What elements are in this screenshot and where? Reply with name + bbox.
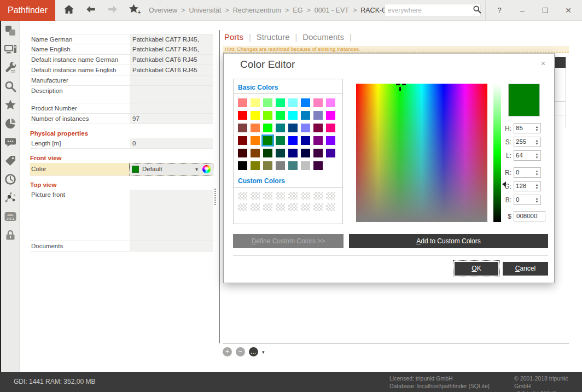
basic-color-swatch[interactable] xyxy=(238,149,247,157)
custom-color-slot[interactable] xyxy=(263,203,272,211)
spinner-arrows[interactable]: ▲▼ xyxy=(533,137,540,147)
custom-color-slot[interactable] xyxy=(276,192,285,200)
sidebar-item-tools[interactable] xyxy=(3,62,18,75)
add-button[interactable]: + xyxy=(223,347,232,356)
basic-color-swatch[interactable] xyxy=(313,161,323,170)
field-value[interactable] xyxy=(130,190,213,241)
basic-color-swatch[interactable] xyxy=(238,136,247,145)
basic-color-swatch[interactable] xyxy=(238,124,247,132)
basic-color-swatch[interactable] xyxy=(288,111,298,120)
spinner-arrows[interactable]: ▲▼ xyxy=(533,182,540,191)
forward-button[interactable] xyxy=(106,4,119,17)
spinner-value[interactable]: 0 xyxy=(514,195,533,204)
spinner-input[interactable]: 128▲▼ xyxy=(514,181,541,191)
custom-color-slot[interactable] xyxy=(288,192,298,200)
tab-documents[interactable]: Documents xyxy=(302,32,344,42)
sidebar-item-search[interactable] xyxy=(3,81,18,94)
field-value[interactable]: 0 xyxy=(130,138,213,148)
basic-color-swatch[interactable] xyxy=(301,161,310,170)
basic-color-swatch[interactable] xyxy=(301,124,310,132)
basic-color-swatch[interactable] xyxy=(238,111,247,120)
breadcrumb-item[interactable]: Universität xyxy=(189,7,221,14)
custom-color-slot[interactable] xyxy=(301,203,310,211)
spinner-arrows[interactable]: ▲▼ xyxy=(533,151,540,160)
spin-down-icon[interactable]: ▼ xyxy=(536,200,539,203)
custom-color-slot[interactable] xyxy=(251,192,260,200)
table-row[interactable]: Documents xyxy=(30,241,213,251)
breadcrumb-item[interactable]: 0001 - EVT xyxy=(315,7,349,14)
basic-color-swatch[interactable] xyxy=(263,98,272,107)
basic-color-swatch[interactable] xyxy=(238,98,247,107)
basic-color-swatch[interactable] xyxy=(263,124,272,132)
field-value[interactable]: Patchkabel CAT6 RJ45 xyxy=(130,55,213,65)
spinner-value[interactable]: 255 xyxy=(514,137,533,147)
basic-color-swatch[interactable] xyxy=(301,98,310,107)
basic-color-swatch[interactable] xyxy=(313,136,323,145)
breadcrumb-item[interactable]: EG xyxy=(293,7,302,14)
basic-color-swatch[interactable] xyxy=(326,98,335,107)
basic-color-swatch[interactable] xyxy=(301,136,310,145)
sidebar-item-topology[interactable] xyxy=(3,192,18,206)
basic-color-swatch[interactable] xyxy=(276,161,285,170)
basic-color-swatch[interactable] xyxy=(326,161,335,170)
spinner-value[interactable]: 128 xyxy=(514,182,533,191)
table-row[interactable]: Default instance name GermanPatchkabel C… xyxy=(30,55,213,65)
field-value[interactable] xyxy=(130,103,213,113)
spin-down-icon[interactable]: ▼ xyxy=(536,186,539,190)
spin-down-icon[interactable]: ▼ xyxy=(536,173,539,176)
sidebar-item-favorites[interactable] xyxy=(3,100,18,113)
table-row[interactable]: Number of instances97 xyxy=(30,114,213,124)
basic-color-swatch[interactable] xyxy=(326,124,335,132)
basic-color-swatch[interactable] xyxy=(313,124,323,132)
spinner-arrows[interactable]: ▲▼ xyxy=(533,195,540,204)
basic-color-swatch[interactable] xyxy=(263,161,272,170)
table-row[interactable]: Manufacturer xyxy=(30,75,213,86)
basic-color-swatch[interactable] xyxy=(301,111,310,120)
sidebar-item-devices[interactable] xyxy=(3,44,18,57)
sidebar-item-comments[interactable] xyxy=(3,137,18,150)
hex-input[interactable]: 008000 xyxy=(514,211,545,221)
color-dropdown[interactable]: Default ▾ xyxy=(130,163,213,175)
field-value[interactable] xyxy=(130,86,213,103)
ok-button[interactable]: OK xyxy=(455,262,498,276)
spinner-value[interactable]: 85 xyxy=(514,124,533,133)
field-value[interactable]: Patchkabel CAT6 RJ45 xyxy=(130,65,213,75)
dialog-close-button[interactable]: × xyxy=(539,59,548,68)
add-to-custom-colors-button[interactable]: Add to Custom Colors xyxy=(349,234,548,248)
field-value[interactable]: 97 xyxy=(130,114,213,124)
home-button[interactable] xyxy=(62,4,75,17)
table-row[interactable]: Picture front xyxy=(30,190,213,241)
spinner-arrows[interactable]: ▲▼ xyxy=(533,168,540,177)
basic-color-swatch[interactable] xyxy=(276,136,285,145)
custom-color-slot[interactable] xyxy=(263,192,272,200)
basic-color-swatch[interactable] xyxy=(288,124,298,132)
spinner-value[interactable]: 0 xyxy=(514,168,533,177)
basic-color-swatch[interactable] xyxy=(251,98,260,107)
custom-color-slot[interactable] xyxy=(313,203,323,211)
search-box[interactable] xyxy=(385,4,481,17)
basic-color-swatch[interactable] xyxy=(238,161,247,170)
spin-down-icon[interactable]: ▼ xyxy=(536,128,539,132)
basic-color-swatch[interactable] xyxy=(251,136,260,145)
tab-structure[interactable]: Structure xyxy=(257,32,290,42)
custom-color-slot[interactable] xyxy=(251,203,260,211)
spinner-value[interactable]: 64 xyxy=(514,151,533,160)
sidebar-item-ip-addresses[interactable]: 192.0.0.1 xyxy=(3,211,18,224)
basic-color-swatch[interactable] xyxy=(313,149,323,157)
basic-color-swatch[interactable] xyxy=(276,98,285,107)
breadcrumb-item[interactable]: Overview xyxy=(149,7,177,14)
basic-color-swatch[interactable] xyxy=(326,136,335,145)
field-value[interactable]: Patchkabel CAT7 RJ45, grün xyxy=(130,44,213,54)
spin-down-icon[interactable]: ▼ xyxy=(536,156,539,159)
basic-color-swatch[interactable] xyxy=(313,98,323,107)
breadcrumb-item[interactable]: Rechenzentrum xyxy=(233,7,281,14)
basic-color-swatch[interactable] xyxy=(251,161,260,170)
spinner-input[interactable]: 64▲▼ xyxy=(514,150,541,161)
spin-down-icon[interactable]: ▼ xyxy=(536,142,539,145)
panel-splitter[interactable] xyxy=(219,30,220,343)
color-row[interactable]: Color Default ▾ xyxy=(30,163,213,175)
chevron-down-icon[interactable]: ▾ xyxy=(262,349,265,355)
basic-color-swatch[interactable] xyxy=(251,124,260,132)
custom-color-slot[interactable] xyxy=(276,203,285,211)
field-value[interactable] xyxy=(130,241,213,251)
